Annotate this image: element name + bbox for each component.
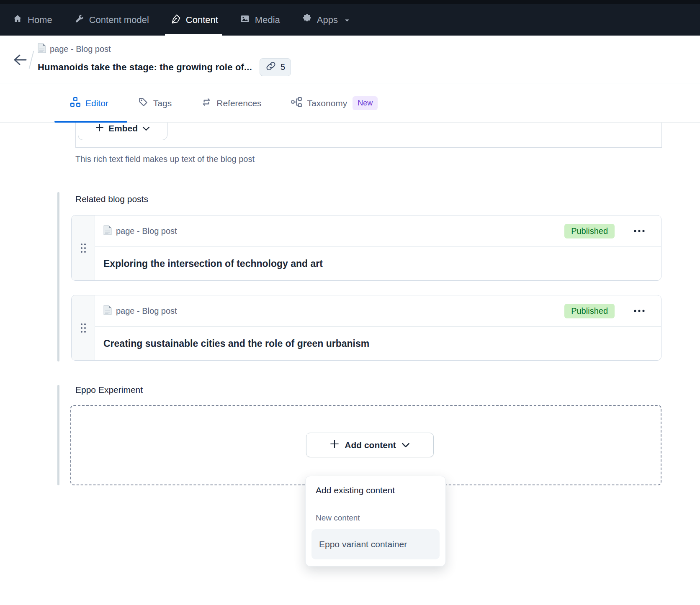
related-entry-card[interactable]: page - Blog post Published Exploring the… [71, 215, 661, 281]
tab-label: References [216, 98, 261, 108]
nav-item-content-model[interactable]: Content model [74, 4, 149, 36]
card-main: page - Blog post Published Exploring the… [95, 215, 661, 280]
status-badge: Published [564, 224, 615, 238]
card-content-type: page - Blog post [116, 226, 177, 236]
rich-text-field: Embed [75, 123, 662, 148]
back-button[interactable] [11, 51, 29, 69]
tab-label: Tags [153, 98, 172, 108]
tab-label: Taxonomy [307, 98, 347, 108]
drag-dots-icon [80, 243, 87, 254]
card-header: page - Blog post Published [95, 215, 661, 247]
links-count-badge[interactable]: 5 [260, 58, 291, 76]
menu-section-new-content: New content [306, 504, 445, 524]
menu-item-eppo-variant-container[interactable]: Eppo variant container [311, 529, 440, 559]
related-blog-posts-field: Related blog posts [57, 192, 661, 361]
entry-header: page - Blog post Humanoids take the stag… [0, 36, 700, 84]
card-actions-menu-button[interactable] [633, 229, 646, 233]
embed-button[interactable]: Embed [78, 123, 167, 140]
status-badge: Published [564, 304, 615, 318]
embed-button-label: Embed [108, 123, 138, 133]
main-navigation: Home Content model Content [0, 0, 700, 36]
editor-icon [70, 97, 81, 110]
entry-tabs: Editor Tags References [0, 84, 700, 123]
tab-references[interactable]: References [201, 84, 261, 122]
tab-tags[interactable]: Tags [138, 84, 172, 122]
menu-item-add-existing-content[interactable]: Add existing content [306, 476, 445, 504]
tab-label: Editor [85, 98, 108, 108]
entry-title-row: Humanoids take the stage: the growing ro… [38, 58, 291, 76]
add-content-button[interactable]: Add content [306, 433, 434, 457]
drag-handle[interactable] [72, 215, 95, 280]
card-body: Exploring the intersection of technology… [95, 247, 661, 280]
references-icon [201, 97, 212, 110]
drag-dots-icon [80, 323, 87, 333]
card-main: page - Blog post Published Creating sust… [95, 295, 661, 360]
links-count: 5 [281, 62, 285, 72]
nav-item-label: Apps [317, 15, 338, 26]
experiment-empty-dropzone: Add content [70, 405, 661, 485]
card-content-type: page - Blog post [116, 306, 177, 316]
document-icon [38, 43, 46, 55]
editor-scroll-area: Embed [0, 123, 700, 148]
card-title: Exploring the intersection of technology… [103, 258, 323, 269]
breadcrumb-content-type: page - Blog post [38, 43, 291, 55]
add-content-label: Add content [345, 440, 396, 450]
taxonomy-new-badge: New [353, 96, 378, 110]
nav-item-apps[interactable]: Apps [302, 4, 350, 36]
breadcrumb-divider [29, 51, 34, 69]
pen-icon [171, 14, 181, 26]
nav-item-content[interactable]: Content [171, 4, 218, 36]
link-icon [265, 61, 276, 74]
nav-item-label: Home [28, 15, 52, 26]
eppo-experiment-field: Eppo Experiment Add content [57, 385, 661, 485]
card-actions-menu-button[interactable] [633, 309, 646, 313]
breadcrumb: page - Blog post Humanoids take the stag… [38, 43, 291, 76]
chevron-down-icon [142, 123, 150, 133]
drag-handle[interactable] [72, 295, 95, 360]
card-title: Creating sustainable cities and the role… [103, 338, 369, 349]
taxonomy-icon [291, 97, 303, 110]
puzzle-icon [302, 14, 312, 26]
plus-icon [95, 123, 104, 134]
entry-title: Humanoids take the stage: the growing ro… [38, 62, 252, 73]
breadcrumb-content-type-label: page - Blog post [50, 44, 111, 54]
nav-item-label: Media [255, 15, 280, 26]
nav-item-label: Content model [89, 15, 149, 26]
plus-icon [330, 439, 339, 451]
tab-editor[interactable]: Editor [70, 84, 108, 122]
nav-item-home[interactable]: Home [13, 4, 52, 36]
home-icon [13, 14, 23, 26]
entry-editor-page: Home Content model Content [0, 0, 700, 605]
related-entry-card[interactable]: page - Blog post Published Creating sust… [71, 295, 661, 361]
wrench-icon [74, 14, 84, 26]
nav-item-label: Content [186, 15, 218, 26]
rich-text-help-text: This rich text field makes up text of th… [75, 154, 662, 164]
tag-icon [138, 97, 149, 110]
field-label-related: Related blog posts [75, 194, 661, 204]
document-icon [103, 225, 112, 237]
nav-item-media[interactable]: Media [240, 4, 280, 36]
chevron-down-icon [401, 440, 410, 450]
card-body: Creating sustainable cities and the role… [95, 327, 661, 360]
add-content-menu: Add existing content New content Eppo va… [305, 476, 446, 567]
field-label-experiment: Eppo Experiment [75, 385, 661, 395]
tab-taxonomy[interactable]: Taxonomy New [291, 84, 378, 122]
document-icon [103, 305, 112, 317]
chevron-down-icon [344, 15, 350, 26]
media-icon [240, 14, 250, 26]
card-header: page - Blog post Published [95, 295, 661, 327]
